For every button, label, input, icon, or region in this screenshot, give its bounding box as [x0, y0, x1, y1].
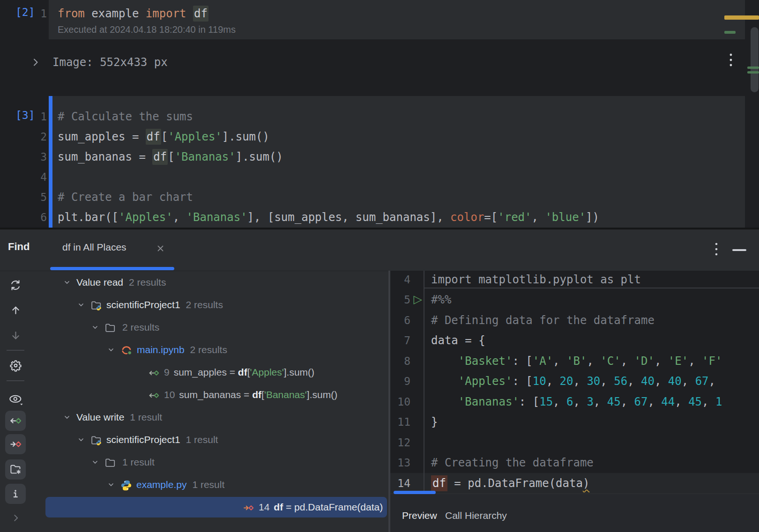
usage-row-line-10[interactable]: 10 sum_bananas = df['Bananas'].sum() — [42, 384, 389, 406]
output-kebab-menu-icon[interactable] — [725, 51, 737, 70]
usage-code-preview: sum_bananas = df['Bananas'].sum() — [179, 389, 337, 400]
previous-occurrence-icon[interactable] — [9, 303, 22, 317]
tree-node-file-example-py[interactable]: example.py 1 result — [42, 473, 389, 496]
usage-row-line-9[interactable]: 9 sum_apples = df['Apples'].sum() — [42, 361, 389, 384]
chevron-down-icon[interactable] — [64, 414, 70, 421]
cell-2-executed-note: Executed at 2024.04.18 18:20:40 in 119ms — [58, 24, 236, 35]
show-info-toggle[interactable] — [5, 484, 26, 504]
result-count: 1 result — [192, 479, 224, 490]
group-label: Value read — [76, 277, 123, 288]
folder-icon — [104, 457, 116, 469]
ide-window: [2] 1from example import df Executed at … — [0, 0, 759, 532]
tree-node-project-write[interactable]: scientificProject1 1 result — [42, 429, 389, 451]
next-occurrence-icon[interactable] — [9, 329, 22, 342]
result-count: 1 result — [122, 457, 155, 468]
result-count: 1 result — [186, 434, 218, 445]
tree-node-folder-write[interactable]: 1 result — [42, 451, 389, 473]
read-access-icon — [148, 367, 160, 379]
chevron-down-icon[interactable] — [108, 347, 114, 353]
preview-code: 4import matplotlib.pyplot as plt5#%%6# D… — [390, 271, 759, 493]
project-folder-python-icon — [90, 435, 102, 446]
folder-icon — [104, 322, 116, 334]
tree-node-file-main-ipynb[interactable]: main.ipynb 2 results — [42, 339, 389, 361]
file-name: main.ipynb — [137, 344, 185, 355]
output-expand-chevron-icon[interactable] — [29, 56, 42, 69]
file-name: example.py — [136, 479, 186, 490]
minimize-panel-icon[interactable] — [731, 248, 747, 252]
project-name: scientificProject1 — [106, 299, 180, 310]
filter-value-read-toggle[interactable] — [5, 411, 26, 431]
cell-2-code[interactable]: 1from example import df — [0, 3, 745, 23]
tree-node-project-read[interactable]: scientificProject1 2 results — [42, 294, 389, 316]
project-name: scientificProject1 — [106, 434, 180, 445]
result-count: 2 results — [122, 322, 159, 333]
active-preview-tab-indicator — [394, 491, 436, 494]
chevron-down-icon[interactable] — [92, 459, 98, 466]
find-options-kebab-icon[interactable] — [711, 240, 722, 259]
python-file-icon — [120, 480, 132, 491]
tree-group-value-write[interactable]: Value write 1 result — [42, 406, 389, 429]
stripe-mark-green — [724, 31, 736, 34]
stripe-mark-gold — [724, 15, 759, 20]
result-count: 2 results — [186, 299, 223, 310]
settings-gear-icon[interactable] — [8, 358, 22, 372]
stripe-mark-green — [747, 71, 759, 74]
tab-call-hierarchy[interactable]: Call Hierarchy — [445, 510, 507, 521]
usage-line-number: 9 — [164, 367, 170, 378]
group-label: Value write — [76, 412, 124, 423]
output-image-label[interactable]: Image: 552x433 px — [52, 56, 168, 69]
usage-code-preview: df = pd.DataFrame(data) — [274, 502, 383, 513]
usage-row-line-14-selected[interactable]: 14 df = pd.DataFrame(data) — [42, 496, 389, 518]
usage-line-number: 14 — [259, 502, 269, 513]
find-panel-title: Find — [8, 241, 30, 253]
project-folder-python-icon — [90, 300, 102, 311]
result-count: 2 results — [129, 277, 166, 288]
chevron-down-icon[interactable] — [78, 436, 84, 443]
tab-close-icon[interactable] — [155, 243, 166, 254]
preview-eye-icon[interactable] — [8, 392, 24, 406]
stripe-mark-green — [747, 66, 759, 69]
tree-group-value-read[interactable]: Value read 2 results — [42, 271, 389, 294]
tree-node-folder-read[interactable]: 2 results — [42, 316, 389, 339]
chevron-down-icon[interactable] — [92, 324, 98, 331]
group-by-directory-toggle[interactable] — [5, 459, 26, 480]
result-count: 2 results — [190, 344, 227, 355]
chevron-down-icon[interactable] — [108, 481, 114, 488]
toolbar-divider — [7, 380, 24, 381]
rerun-search-icon[interactable] — [8, 278, 22, 292]
tab-df-in-all-places[interactable]: df in All Places — [62, 242, 126, 253]
expand-toolbar-chevron-icon[interactable] — [10, 512, 22, 524]
jupyter-notebook-icon — [120, 344, 133, 356]
toolbar-divider — [7, 350, 24, 351]
cell-3-code[interactable]: 1# Calculate the sums2sum_apples = df['A… — [0, 106, 745, 227]
active-tab-indicator — [50, 267, 174, 270]
usage-line-number: 10 — [164, 389, 175, 400]
filter-value-write-toggle[interactable] — [5, 434, 26, 454]
chevron-down-icon[interactable] — [64, 279, 70, 286]
usages-tree: Value read 2 results scientificProject1 … — [42, 271, 389, 532]
tab-preview[interactable]: Preview — [402, 510, 437, 521]
read-access-icon — [148, 390, 160, 401]
usage-code-preview: sum_apples = df['Apples'].sum() — [174, 367, 314, 378]
chevron-down-icon[interactable] — [78, 302, 84, 308]
result-count: 1 result — [130, 412, 162, 423]
write-access-icon — [243, 502, 254, 514]
editor-scrollbar-thumb[interactable] — [751, 27, 759, 92]
preview-editor[interactable]: 4import matplotlib.pyplot as plt5#%%6# D… — [390, 271, 759, 493]
